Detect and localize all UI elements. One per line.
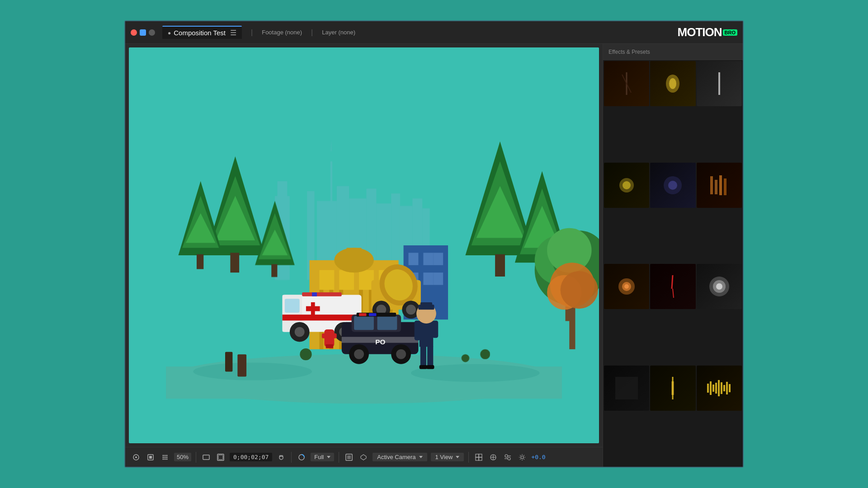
svg-point-125: [166, 455, 168, 456]
safe-zones-btn[interactable]: [215, 453, 226, 462]
panel-header-text: Effects & Presets: [609, 49, 650, 55]
bottom-toolbar: 50% 0;00;02;07: [125, 447, 603, 467]
maximize-button[interactable]: [149, 29, 155, 36]
thumbnail-9[interactable]: [697, 264, 742, 309]
thumbnail-6[interactable]: [697, 163, 742, 208]
svg-point-148: [508, 457, 510, 460]
svg-point-75: [406, 305, 416, 314]
svg-point-160: [668, 181, 677, 190]
title-bar: ● Composition Test ☰ | Footage (none) | …: [125, 21, 743, 44]
svg-point-120: [135, 456, 137, 458]
svg-point-47: [561, 271, 598, 309]
composition-title: Composition Test: [174, 29, 226, 37]
svg-rect-156: [718, 72, 720, 95]
svg-point-147: [505, 455, 508, 457]
minimize-button[interactable]: [140, 29, 146, 36]
svg-point-101: [354, 349, 364, 359]
composition-tab[interactable]: ● Composition Test ☰: [162, 26, 242, 39]
svg-rect-115: [225, 352, 232, 371]
viewport-btn[interactable]: [344, 453, 354, 462]
separator3: [339, 452, 339, 463]
overlay-btn[interactable]: [145, 453, 156, 462]
snapshot-btn[interactable]: [276, 453, 287, 462]
svg-rect-64: [423, 253, 433, 265]
tab-separator2: |: [311, 28, 313, 37]
thumbnail-11[interactable]: [650, 366, 695, 411]
svg-rect-180: [718, 380, 720, 396]
viewport-canvas[interactable]: PO: [129, 47, 599, 443]
close-button[interactable]: [131, 29, 137, 36]
thumbnail-4[interactable]: [604, 163, 649, 208]
thumbnail-10[interactable]: [604, 366, 649, 411]
svg-point-123: [163, 455, 164, 456]
svg-point-128: [166, 456, 168, 458]
svg-rect-95: [354, 316, 374, 330]
svg-rect-140: [476, 454, 479, 457]
thumbnail-12[interactable]: [697, 366, 742, 411]
panel-header: Effects & Presets: [603, 44, 743, 60]
right-panel: Effects & Presets: [603, 44, 743, 467]
svg-point-116: [300, 348, 312, 360]
color-btn[interactable]: [296, 453, 307, 462]
timecode[interactable]: 0;00;02;07: [230, 453, 272, 461]
svg-rect-132: [203, 455, 209, 460]
quality-dropdown[interactable]: Full: [311, 453, 334, 461]
svg-line-168: [672, 275, 673, 289]
camera-label: Active Camera: [377, 454, 415, 460]
layout2-btn[interactable]: [488, 453, 499, 462]
zoom-level[interactable]: 50%: [174, 453, 191, 461]
view-label: 1 View: [435, 454, 453, 460]
adjust-btn[interactable]: [502, 453, 513, 462]
svg-point-117: [480, 349, 490, 359]
svg-rect-107: [420, 302, 432, 307]
logo-badge: BRO: [723, 29, 737, 36]
thumbnail-3[interactable]: [697, 61, 742, 106]
svg-marker-139: [361, 455, 366, 460]
svg-rect-67: [423, 272, 433, 285]
thumbnail-8[interactable]: [650, 264, 695, 309]
layer-tab[interactable]: Layer (none): [322, 29, 355, 36]
quality-label: Full: [314, 454, 324, 460]
svg-rect-142: [476, 457, 479, 460]
svg-rect-112: [420, 365, 428, 369]
svg-rect-54: [347, 248, 362, 263]
view-toggle-btn[interactable]: [131, 453, 142, 462]
svg-rect-65: [433, 253, 443, 265]
frame-size-btn[interactable]: [201, 453, 212, 462]
settings-btn[interactable]: [517, 453, 528, 462]
footage-tab[interactable]: Footage (none): [262, 29, 302, 36]
svg-line-169: [673, 289, 674, 298]
thumbnail-1[interactable]: [604, 61, 649, 106]
separator4: [468, 452, 469, 463]
svg-rect-63: [409, 253, 419, 265]
thumbnail-2[interactable]: [650, 61, 695, 106]
svg-rect-108: [415, 320, 420, 340]
svg-rect-50: [339, 270, 354, 290]
svg-rect-181: [721, 382, 722, 394]
view-dropdown[interactable]: 1 View: [431, 453, 464, 461]
window-controls: [131, 29, 155, 36]
svg-rect-96: [377, 316, 397, 330]
svg-rect-163: [719, 175, 722, 195]
3d-btn[interactable]: [358, 453, 369, 462]
svg-point-155: [669, 78, 676, 89]
svg-point-124: [165, 455, 166, 456]
menu-icon[interactable]: ☰: [230, 28, 236, 37]
svg-rect-110: [420, 345, 426, 367]
separator1: [196, 452, 196, 463]
thumbnail-5[interactable]: [650, 163, 695, 208]
svg-rect-98: [359, 313, 366, 316]
thumbnail-7[interactable]: [604, 264, 649, 309]
svg-point-129: [163, 458, 164, 460]
layout1-btn[interactable]: [473, 453, 484, 462]
svg-rect-122: [149, 456, 152, 459]
thumbnails-grid: [603, 60, 743, 467]
svg-rect-173: [615, 377, 638, 399]
quality-chevron: [327, 456, 330, 458]
svg-rect-87: [312, 292, 317, 296]
svg-rect-113: [426, 365, 434, 369]
grid-btn[interactable]: [160, 453, 170, 462]
camera-dropdown[interactable]: Active Camera: [373, 453, 427, 461]
separator2: [291, 452, 292, 463]
svg-point-151: [521, 456, 524, 459]
